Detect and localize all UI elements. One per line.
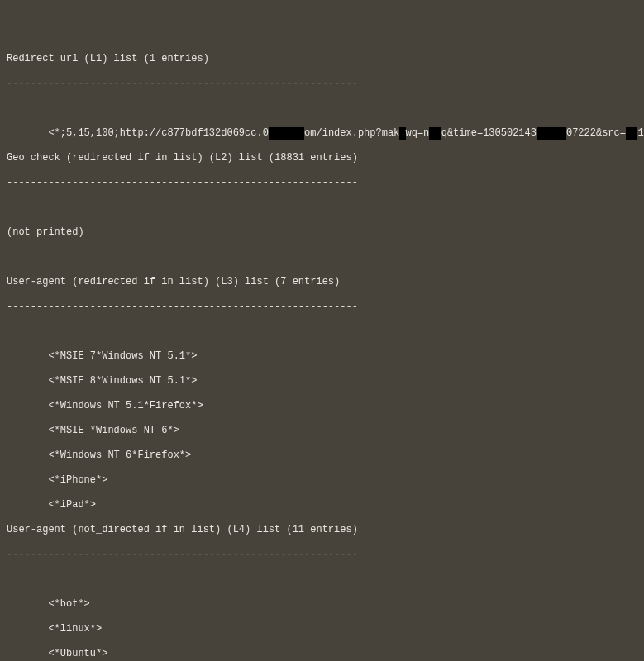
- section-l3-header: User-agent (redirected if in list) (L3) …: [7, 276, 637, 288]
- l3-item: <*MSIE 8*Windows NT 5.1*>: [7, 375, 637, 388]
- blank-line: [7, 102, 637, 115]
- l1-item-0-pre: <*;5,15,100;http://c877bdf132d069cc.0: [48, 127, 268, 139]
- section-l4-header: User-agent (not_directed if in list) (L4…: [7, 524, 637, 536]
- section-l2-note: (not printed): [7, 226, 637, 239]
- l3-item: <*Windows NT 6*Firefox*>: [7, 449, 637, 462]
- blank-line: [7, 573, 637, 586]
- section-l1-header: Redirect url (L1) list (1 entries): [7, 53, 637, 65]
- rule: ----------------------------------------…: [7, 78, 637, 90]
- l4-item: <*bot*>: [7, 598, 637, 611]
- redaction: xxxxx: [537, 127, 566, 140]
- l1-item-0-mid3: q&time=130502143: [441, 127, 537, 139]
- l3-item: <*iPhone*>: [7, 474, 637, 487]
- redaction: xx: [626, 127, 637, 140]
- l4-item: <*linux*>: [7, 623, 637, 635]
- blank-line: [7, 251, 637, 264]
- rule: ----------------------------------------…: [7, 301, 637, 313]
- l1-item-0-mid4: 07222&src=: [566, 127, 626, 139]
- blank-line: [7, 326, 637, 338]
- l3-item: <*Windows NT 5.1*Firefox*>: [7, 400, 637, 412]
- l1-item-0: <*;5,15,100;http://c877bdf132d069cc.0xxx…: [7, 127, 637, 140]
- l1-item-0-post: 1>: [637, 127, 644, 139]
- redaction: xxxxxx: [269, 127, 304, 140]
- redaction: xx: [429, 127, 441, 140]
- rule: ----------------------------------------…: [7, 549, 637, 561]
- rule: ----------------------------------------…: [7, 177, 637, 189]
- l1-item-0-mid2: wq=n: [406, 127, 430, 139]
- section-l2-header: Geo check (redirected if in list) (L2) l…: [7, 152, 637, 164]
- blank-line: [7, 202, 637, 214]
- l3-item: <*MSIE *Windows NT 6*>: [7, 425, 637, 437]
- l4-item: <*Ubuntu*>: [7, 648, 637, 660]
- l3-item: <*MSIE 7*Windows NT 5.1*>: [7, 350, 637, 363]
- l1-item-0-mid1: om/index.php?mak: [304, 127, 399, 139]
- l3-item: <*iPad*>: [7, 499, 637, 511]
- redaction: x: [399, 127, 405, 140]
